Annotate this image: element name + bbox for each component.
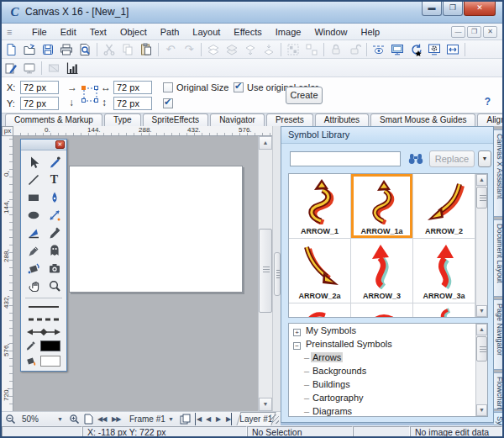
tab-flowchart[interactable]: Flowchart — [494, 372, 504, 409]
paste-icon[interactable] — [137, 41, 155, 58]
next-layer-icon[interactable]: ▶ — [216, 413, 220, 425]
direct-edit-tool-icon[interactable] — [44, 153, 65, 171]
scrollbar-thumb[interactable] — [259, 229, 272, 313]
canvas-page[interactable] — [69, 166, 243, 293]
expand-icon[interactable]: + — [293, 329, 301, 336]
menu-path[interactable]: Path — [154, 25, 186, 39]
symbol-cell[interactable] — [289, 303, 351, 318]
zoom-level-value[interactable]: 50% — [22, 413, 39, 425]
tab-comments-markup[interactable]: Comments & Markup — [5, 113, 102, 126]
zoom-in-icon[interactable] — [69, 413, 80, 425]
zoom-tool-icon[interactable] — [44, 277, 65, 294]
stroke-style-solid[interactable] — [21, 300, 66, 313]
rectangle-tool-icon[interactable] — [23, 188, 44, 206]
tree-item-backgrounds[interactable]: –Backgrounds — [289, 364, 487, 377]
hand-tool-icon[interactable] — [23, 277, 44, 294]
tree-item-preinstalled-symbols[interactable]: −Preinstalled Symbols — [289, 337, 487, 351]
layers-icon[interactable] — [180, 413, 191, 425]
y-input[interactable] — [20, 97, 59, 110]
replace-button[interactable]: Replace — [429, 150, 475, 167]
frame-label[interactable]: Frame #1 — [129, 413, 165, 425]
scroll-down-icon[interactable]: ▼ — [476, 404, 487, 416]
menu-edit[interactable]: Edit — [54, 25, 83, 39]
print-preview-icon[interactable] — [76, 41, 94, 58]
first-layer-icon[interactable]: ◀ — [195, 413, 201, 425]
document-close-button[interactable]: ✕ — [483, 26, 497, 38]
tab-smart-mouse-guides[interactable]: Smart Mouse & Guides — [370, 113, 475, 126]
tab-canvas-x-assistant[interactable]: Canvas X Assistant — [494, 129, 504, 217]
presentation-icon[interactable] — [388, 41, 407, 58]
symbol-update-icon[interactable] — [407, 41, 425, 58]
stroke-style-dashed[interactable] — [21, 313, 66, 325]
last-layer-icon[interactable]: ▶ — [226, 413, 232, 425]
menu-object[interactable]: Object — [113, 25, 154, 39]
new-frame-icon[interactable] — [84, 413, 93, 425]
panel-splitter[interactable] — [272, 126, 281, 411]
canvas-vertical-scrollbar[interactable]: ▲ ▼ — [258, 136, 272, 411]
tab-presets[interactable]: Presets — [266, 113, 313, 126]
tree-scrollbar[interactable]: ▲ ▼ — [475, 324, 487, 416]
resize-grip[interactable] — [270, 414, 279, 424]
show-guides-icon[interactable] — [370, 41, 388, 58]
original-size-checkbox[interactable] — [163, 82, 173, 92]
wedge-tool-icon[interactable] — [23, 224, 44, 241]
tree-item-my-symbols[interactable]: +My Symbols — [289, 324, 487, 337]
scrollbar-thumb[interactable] — [476, 187, 487, 208]
toolbox-close-icon[interactable]: ✕ — [55, 140, 65, 149]
preserve-proportions-checkbox[interactable]: ✔ — [163, 98, 173, 108]
tab-symbol-library[interactable]: Sym — [494, 412, 504, 425]
selection-tool-icon[interactable] — [23, 153, 44, 171]
proof-monitor-icon[interactable] — [20, 60, 39, 77]
menu-image[interactable]: Image — [269, 25, 308, 39]
menu-effects[interactable]: Effects — [227, 25, 268, 39]
menu-file[interactable]: File — [25, 25, 54, 39]
symbol-cell[interactable]: ARROW_2a — [289, 239, 351, 303]
previous-frame-icon[interactable]: ◀◀ — [97, 413, 106, 425]
scroll-down-icon[interactable]: ▼ — [259, 398, 272, 411]
title-bar[interactable]: C Canvas X 16 - [New_1] ▬ ❐ ✕ — [2, 2, 502, 24]
maximize-button[interactable]: ❐ — [443, 2, 463, 16]
print-icon[interactable] — [57, 41, 76, 58]
save-icon[interactable] — [39, 41, 57, 58]
tab-align[interactable]: Align — [477, 113, 504, 126]
paint-bucket-tool-icon[interactable] — [23, 259, 44, 277]
minimize-button[interactable]: ▬ — [422, 2, 442, 16]
find-binoculars-icon[interactable] — [407, 152, 424, 166]
chart-icon[interactable] — [63, 60, 81, 77]
next-frame-icon[interactable]: ▶▶ — [112, 413, 120, 425]
zoom-out-icon[interactable] — [5, 413, 16, 425]
close-button[interactable]: ✕ — [464, 2, 496, 16]
text-tool-icon[interactable]: T — [44, 171, 65, 188]
splitter-grip[interactable] — [274, 252, 281, 296]
marker-tool-icon[interactable] — [23, 241, 44, 259]
document-system-menu-icon[interactable]: ≡ — [7, 24, 22, 40]
document-restore-button[interactable]: ❐ — [467, 26, 481, 38]
tab-type[interactable]: Type — [104, 113, 141, 126]
symbol-cell-selected[interactable]: ARROW_1a — [351, 174, 413, 239]
symbol-search-input[interactable] — [290, 151, 401, 166]
dimension-tool-icon[interactable] — [44, 206, 65, 224]
menu-layout[interactable]: Layout — [186, 25, 227, 39]
fill-color-swatch[interactable] — [40, 356, 60, 367]
toolbox-title-bar[interactable]: ✕ — [21, 140, 66, 150]
tree-item-cartography[interactable]: –Cartography — [289, 391, 487, 404]
open-icon[interactable] — [20, 41, 39, 58]
new-document-icon[interactable] — [2, 41, 20, 58]
scrollbar-thumb[interactable] — [476, 336, 487, 361]
display-options-icon[interactable] — [425, 41, 444, 58]
symbol-cell[interactable] — [413, 303, 475, 318]
use-original-color-checkbox[interactable]: ✔ — [234, 82, 244, 92]
symbol-cell[interactable]: ARROW_3 — [351, 239, 413, 303]
previous-layer-icon[interactable]: ◀ — [206, 413, 210, 425]
sprite-ghost-tool-icon[interactable] — [44, 241, 65, 259]
eyedropper-tool-icon[interactable] — [44, 224, 65, 241]
tree-item-arrows[interactable]: –Arrows — [289, 351, 487, 364]
tab-page-navigator[interactable]: Page Navigator — [494, 299, 504, 370]
scroll-up-icon[interactable]: ▲ — [476, 324, 487, 335]
symbol-cell[interactable]: ARROW_2 — [413, 174, 475, 239]
scroll-down-icon[interactable]: ▼ — [476, 305, 487, 317]
create-button[interactable]: Create — [286, 87, 323, 104]
symbol-cell[interactable]: ARROW_3a — [413, 239, 475, 303]
stroke-color-swatch[interactable] — [40, 340, 60, 351]
camera-tool-icon[interactable] — [44, 259, 65, 277]
